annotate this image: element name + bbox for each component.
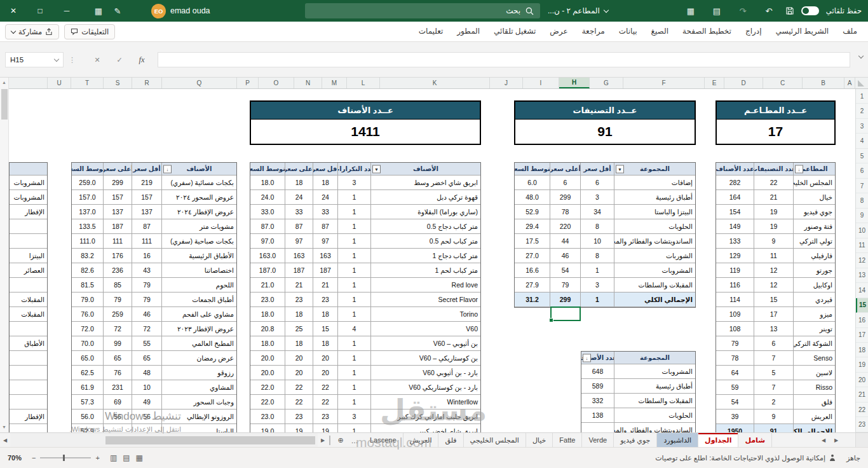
table-row[interactable]: العريش 9 39 bbox=[716, 410, 835, 424]
table-row[interactable]: متر كباب دجاج 1 1 163 163 163.0 bbox=[250, 249, 480, 263]
page-layout-view-icon[interactable]: ▤ bbox=[123, 453, 130, 462]
column-header-min-price[interactable]: أقل سعر bbox=[132, 163, 161, 175]
table-row[interactable]: خيال 21 164 bbox=[716, 190, 835, 205]
table-row[interactable]: متر كباب لحم 0.5 1 97 97 97.0 bbox=[250, 234, 480, 249]
table-row[interactable]: الإفطار bbox=[10, 410, 47, 424]
table-row[interactable]: العصائر bbox=[10, 263, 47, 278]
row-header-cell[interactable]: 14 bbox=[856, 283, 868, 298]
row-header-cell[interactable]: 21 bbox=[856, 387, 868, 402]
table-row[interactable]: المقبلات والسلطات 332 bbox=[581, 394, 695, 408]
table-row[interactable]: عرض رمضان 65 65 65.0 bbox=[72, 351, 236, 366]
horizontal-scrollbar[interactable] bbox=[10, 433, 318, 448]
table-row[interactable]: Risso 7 59 bbox=[716, 380, 835, 395]
table-row[interactable]: بكجات مسائية (سفري) 219 299 259.0 bbox=[72, 176, 236, 190]
sheet-tab[interactable]: شامل bbox=[738, 433, 772, 448]
row-header-cell[interactable]: 12 bbox=[856, 253, 868, 268]
column-header-avg-price[interactable]: متوسط السعر bbox=[250, 163, 285, 175]
sheet-tab[interactable]: الجداول bbox=[698, 433, 738, 448]
scroll-down-icon[interactable]: ▼ bbox=[0, 422, 8, 432]
table-row[interactable]: لاسين 5 64 bbox=[716, 366, 835, 380]
enter-button[interactable]: ✓ bbox=[111, 52, 128, 67]
table-row[interactable]: الشوكة التركي 6 79 bbox=[716, 336, 835, 351]
table-row[interactable]: المقبلات bbox=[10, 292, 47, 307]
row-header-cell[interactable]: 6 bbox=[856, 163, 868, 178]
column-header-occurrences[interactable]: عدد التكرارات bbox=[337, 163, 370, 175]
column-header-max-price[interactable]: أعلى سعر bbox=[103, 163, 132, 175]
table-row[interactable]: اختصاصاتنا 43 236 82.6 bbox=[72, 263, 236, 278]
table-row[interactable]: متر كباب دجاج 0.5 1 87 87 87.0 bbox=[250, 219, 480, 234]
sheet-tab[interactable]: جوي فيديو bbox=[614, 433, 657, 448]
horizontal-scroll-thumb[interactable] bbox=[105, 436, 315, 444]
tab-nav-right-icon[interactable]: ▶ bbox=[831, 433, 841, 448]
table-row[interactable]: المشروبات 1 54 16.6 bbox=[515, 263, 695, 278]
save-icon[interactable] bbox=[785, 6, 794, 15]
table-row[interactable] bbox=[10, 234, 47, 249]
table-row[interactable]: جوي فيديو 19 154 bbox=[716, 205, 835, 219]
sort-filter-icon[interactable]: ↓ bbox=[795, 165, 803, 173]
column-header-cell[interactable]: G bbox=[590, 78, 623, 88]
table-row[interactable]: ابريق حليب اماراتي كرك كبير 3 23 23 23.0 bbox=[250, 410, 480, 424]
table-row[interactable]: متر كباب لحم 1 1 187 187 187.0 bbox=[250, 263, 480, 278]
column-header-cell-clipped[interactable] bbox=[9, 78, 48, 88]
table-row[interactable]: الأطباق الرئيسية 16 176 83.2 bbox=[72, 249, 236, 263]
table-row[interactable]: رزوقو 48 76 62.5 bbox=[72, 366, 236, 380]
table-row[interactable]: ابريق شاي اخضر كبير 1 19 19 19.0 bbox=[250, 424, 480, 432]
column-header-items[interactable]: الأصناف ▼ bbox=[370, 163, 480, 175]
table-row[interactable]: فتة وصنور 19 149 bbox=[716, 219, 835, 234]
column-header-cell[interactable]: S bbox=[104, 78, 132, 88]
table-row[interactable] bbox=[10, 424, 47, 432]
sort-filter-icon[interactable]: ↓ bbox=[583, 354, 591, 362]
ribbon-tab[interactable]: تخطيط الصفحة bbox=[675, 22, 738, 41]
accessibility-status[interactable]: إمكانية الوصول لذوي الاحتياجات الخاصة: ا… bbox=[655, 454, 836, 462]
table-row[interactable]: عروض الإفطار ٢٠٢٤ 137 137 137.0 bbox=[72, 205, 236, 219]
normal-view-icon[interactable]: ▦ bbox=[136, 453, 143, 462]
table-row[interactable] bbox=[10, 380, 47, 395]
tab-nav-left-icon[interactable]: ◀ bbox=[818, 433, 829, 448]
table-icon[interactable]: ▦ bbox=[681, 0, 700, 22]
table-row[interactable]: الأطباق bbox=[10, 336, 47, 351]
new-sheet-button[interactable]: ⊕ bbox=[334, 433, 347, 448]
table-row[interactable]: بن أثيوبي – V60 1 18 18 18.0 bbox=[250, 336, 480, 351]
table-row[interactable]: ميزو 17 109 bbox=[716, 307, 835, 322]
ribbon-tab[interactable]: تشغيل تلقائي bbox=[487, 22, 543, 41]
ribbon-tab[interactable]: إدراج bbox=[738, 22, 769, 41]
ribbon-tab[interactable]: المطور bbox=[450, 22, 487, 41]
zoom-in-button[interactable]: + bbox=[95, 454, 99, 462]
table-row[interactable]: اللحوم 79 85 81.5 bbox=[72, 278, 236, 292]
row-header-cell[interactable]: 3 bbox=[856, 119, 868, 134]
table-row[interactable]: عروض الإفطار ٢٠٢٣ 72 72 72.0 bbox=[72, 322, 236, 336]
table-row[interactable]: أطباق رئيسية 3 299 48.0 bbox=[515, 190, 695, 205]
table-row[interactable] bbox=[10, 395, 47, 410]
select-all-corner[interactable] bbox=[855, 78, 868, 88]
table-row[interactable]: Torino 1 18 18 18.0 bbox=[250, 307, 480, 322]
table-row[interactable]: اوكابيل 12 116 bbox=[716, 278, 835, 292]
table-row[interactable]: أطباق رئيسية 589 bbox=[581, 379, 695, 394]
comments-button[interactable]: التعليقات bbox=[64, 24, 115, 39]
ribbon-tab[interactable]: بيانات bbox=[612, 22, 644, 41]
name-box[interactable]: H15 bbox=[5, 52, 64, 67]
table-row[interactable]: تولي التركي 9 133 bbox=[716, 234, 835, 249]
restaurants-total-row[interactable]: الإجمالي الكلي 91 1950 bbox=[716, 424, 835, 432]
groups-total-row[interactable]: الإجمالي الكلي 1 299 31.2 bbox=[515, 292, 695, 307]
ribbon-options-icon[interactable]: ▦ bbox=[89, 0, 108, 22]
avatar[interactable]: EO bbox=[151, 4, 166, 18]
column-header-cell[interactable]: M bbox=[322, 78, 347, 88]
table-row[interactable]: الساندويتشات والفطائر والمخبوزات bbox=[581, 423, 695, 432]
autosave-toggle[interactable] bbox=[801, 6, 819, 15]
column-header-items-count[interactable]: عدد الأصناف bbox=[716, 163, 754, 175]
account-info[interactable]: EO emad ouda bbox=[151, 0, 210, 22]
row-header-cell[interactable]: 22 bbox=[856, 403, 868, 417]
column-header-min-price[interactable]: أقل سعر bbox=[313, 163, 337, 175]
table-row[interactable]: الحلويات 138 bbox=[581, 408, 695, 423]
column-header-avg-price[interactable]: متوسط السعر bbox=[515, 163, 550, 175]
table-row[interactable]: Red love 1 21 21 21.0 bbox=[250, 278, 480, 292]
column-header-cell[interactable]: H bbox=[559, 78, 590, 88]
close-window-button[interactable]: ✕ bbox=[0, 0, 27, 22]
table-row[interactable]: المقبلات bbox=[10, 307, 47, 322]
table-row[interactable]: Senso 7 78 bbox=[716, 351, 835, 366]
zoom-level[interactable]: 70% bbox=[8, 454, 22, 462]
table-row[interactable]: جورتو 12 119 bbox=[716, 263, 835, 278]
selected-cell[interactable] bbox=[550, 306, 581, 321]
row-header-cell[interactable]: 5 bbox=[856, 149, 868, 163]
table-row[interactable]: الروزوتو الإيطالي 56 56 56.0 bbox=[72, 410, 236, 424]
